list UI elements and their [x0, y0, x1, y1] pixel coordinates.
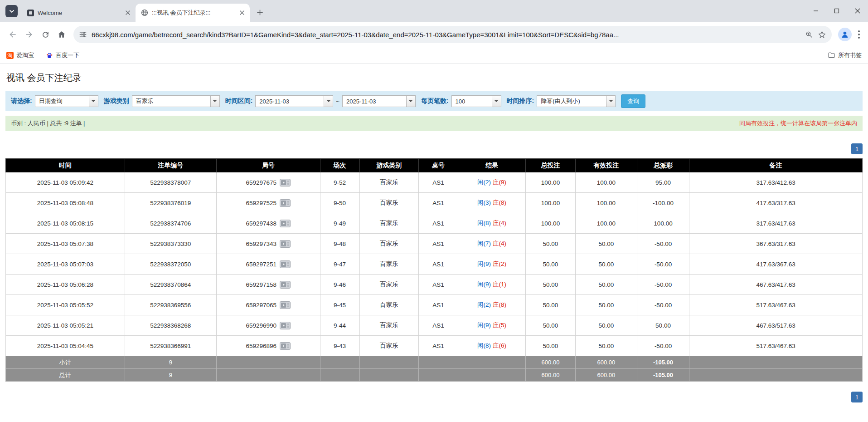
cell-payout: 100.00 [637, 213, 689, 234]
tab-close-icon[interactable] [238, 9, 246, 17]
cell-total-bet[interactable]: 50.00 [526, 336, 576, 356]
cell-total-bet[interactable]: 100.00 [526, 213, 576, 234]
cell-session: 9-48 [320, 234, 359, 254]
sort-input[interactable] [537, 96, 606, 107]
profile-avatar[interactable] [838, 28, 852, 41]
round-replay-icon[interactable] [280, 199, 291, 207]
cell-session: 9-47 [320, 254, 359, 275]
combo-arrow-button[interactable] [406, 96, 415, 107]
triangle-down-icon [609, 100, 613, 104]
round-replay-icon[interactable] [280, 301, 291, 309]
bookmark-star-icon[interactable] [818, 30, 826, 39]
cell-payout: -50.00 [637, 336, 689, 356]
table-row: 2025-11-03 05:04:45522938366991659296896… [6, 336, 863, 356]
date-end-combobox[interactable] [342, 95, 416, 107]
address-bar[interactable]: 66cxkj98.com/game/betrecord_search/kind3… [73, 26, 832, 43]
bookmark-baidu[interactable]: 百度一下 [46, 51, 79, 59]
date-start-combobox[interactable] [255, 95, 333, 107]
query-type-combobox[interactable] [35, 95, 98, 107]
triangle-down-icon [409, 100, 412, 104]
per-page-combobox[interactable] [451, 95, 501, 107]
cell-session: 9-52 [320, 172, 359, 193]
minimize-button[interactable] [805, 0, 826, 22]
maximize-button[interactable] [826, 0, 847, 22]
combo-arrow-button[interactable] [89, 96, 98, 107]
combo-arrow-button[interactable] [492, 96, 501, 107]
date-end-input[interactable] [343, 96, 406, 107]
cell-total-bet[interactable]: 50.00 [526, 275, 576, 295]
per-page-input[interactable] [452, 96, 492, 107]
cell-result: 闲(7)庄(4) [458, 234, 525, 254]
window-controls [805, 0, 868, 22]
tab-search-button[interactable] [5, 5, 18, 17]
cell-time: 2025-11-03 05:07:03 [6, 254, 125, 275]
new-tab-button[interactable] [253, 6, 266, 19]
zoom-icon[interactable] [805, 30, 813, 39]
cell-total-bet[interactable]: 50.00 [526, 254, 576, 275]
round-replay-icon[interactable] [280, 342, 291, 350]
table-row: 2025-11-03 05:09:42522938378007659297675… [6, 172, 863, 193]
round-replay-icon[interactable] [280, 281, 291, 289]
combo-arrow-button[interactable] [606, 96, 615, 107]
forward-button[interactable] [21, 26, 37, 43]
sort-combobox[interactable] [537, 95, 616, 107]
column-header: 结果 [458, 159, 525, 172]
summary-cell: -105.00 [637, 369, 689, 382]
table-row: 2025-11-03 05:07:38522938373330659297343… [6, 234, 863, 254]
back-button[interactable] [5, 26, 21, 43]
game-type-input[interactable] [132, 96, 210, 107]
all-bookmarks-button[interactable]: 所有书签 [828, 51, 862, 59]
result-player: 闲(9) [477, 322, 491, 329]
query-type-input[interactable] [35, 96, 89, 107]
round-replay-icon[interactable] [280, 240, 291, 248]
cell-game: 百家乐 [359, 295, 418, 315]
page-1-button[interactable]: 1 [851, 392, 863, 402]
round-number: 659297343 [246, 240, 276, 247]
search-button[interactable]: 查询 [621, 94, 645, 108]
summary-cell [689, 369, 863, 382]
cell-result: 闲(8)庄(6) [458, 336, 525, 356]
cell-valid-bet: 50.00 [575, 295, 637, 315]
url-text[interactable]: 66cxkj98.com/game/betrecord_search/kind3… [92, 31, 800, 39]
home-button[interactable] [53, 26, 70, 43]
cell-payout: -50.00 [637, 254, 689, 275]
result-player: 闲(2) [477, 179, 491, 186]
cell-total-bet[interactable]: 50.00 [526, 295, 576, 315]
round-number: 659297158 [246, 281, 276, 288]
cell-total-bet[interactable]: 50.00 [526, 315, 576, 336]
cell-valid-bet: 50.00 [575, 315, 637, 336]
cell-valid-bet: 50.00 [575, 234, 637, 254]
combo-arrow-button[interactable] [324, 96, 333, 107]
cell-total-bet[interactable]: 50.00 [526, 234, 576, 254]
round-replay-icon[interactable] [280, 322, 291, 329]
tab-welcome[interactable]: Welcome [21, 4, 136, 22]
table-row: 2025-11-03 05:05:21522938368268659296990… [6, 315, 863, 336]
round-replay-icon[interactable] [280, 220, 291, 227]
reload-button[interactable] [37, 26, 53, 43]
cell-round: 659296896 [216, 336, 320, 356]
summary-cell [320, 369, 359, 382]
cell-bet-id: 522938366991 [125, 336, 216, 356]
bookmark-label: 爱淘宝 [16, 51, 34, 59]
cell-total-bet[interactable]: 100.00 [526, 172, 576, 193]
table-row: 2025-11-03 05:07:03522938372050659297251… [6, 254, 863, 275]
round-replay-icon[interactable] [280, 260, 291, 268]
bookmark-aitaobao[interactable]: 淘 爱淘宝 [6, 51, 34, 59]
date-start-input[interactable] [256, 96, 324, 107]
close-button[interactable] [847, 0, 868, 22]
summary-cell: 600.00 [526, 356, 576, 369]
tab-close-icon[interactable] [124, 9, 132, 17]
cell-game: 百家乐 [359, 213, 418, 234]
tab-bet-records[interactable]: :::视讯 会员下注纪录::: [136, 4, 250, 22]
site-info-icon[interactable] [79, 30, 87, 39]
browser-menu-button[interactable] [854, 27, 863, 42]
cell-total-bet[interactable]: 100.00 [526, 193, 576, 213]
summary-cell: 9 [125, 369, 216, 382]
combo-arrow-button[interactable] [210, 96, 219, 107]
cell-payout: -50.00 [637, 295, 689, 315]
cell-bet-id: 522938373330 [125, 234, 216, 254]
page-1-button[interactable]: 1 [851, 143, 863, 154]
game-type-combobox[interactable] [132, 95, 220, 107]
cell-note: 367.63/317.63 [689, 234, 863, 254]
round-replay-icon[interactable] [280, 179, 291, 186]
